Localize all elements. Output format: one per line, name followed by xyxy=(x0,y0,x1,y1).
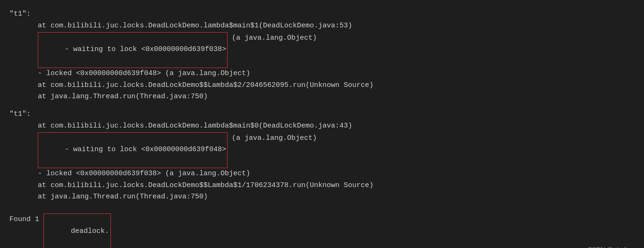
block2-line3: - locked <0x00000000d639f038> (a java.la… xyxy=(9,168,635,180)
block1-line1: at com.bilibili.juc.locks.DeadLockDemo.l… xyxy=(9,20,635,32)
block2-line5: at java.lang.Thread.run(Thread.java:750) xyxy=(9,191,635,203)
thread-label-1: "t1": xyxy=(9,9,635,20)
block1-line2-highlighted: - waiting to lock <0x00000000d639f038> (… xyxy=(9,32,635,68)
deadlock-highlight: deadlock. xyxy=(43,214,111,248)
found-deadlock-line: Found 1 deadlock. xyxy=(9,214,635,248)
thread-label-2: "t1": xyxy=(9,109,635,120)
waiting-lock-highlight-1: - waiting to lock <0x00000000d639f038> xyxy=(38,32,228,68)
block1-line3: - locked <0x00000000d639f048> (a java.la… xyxy=(9,68,635,80)
block1-line4: at com.bilibili.juc.locks.DeadLockDemo$$… xyxy=(9,80,635,92)
block2-line2-highlighted: - waiting to lock <0x00000000d639f048> (… xyxy=(9,132,635,168)
waiting-lock-highlight-2: - waiting to lock <0x00000000d639f048> xyxy=(38,132,228,168)
code-container: "t1": at com.bilibili.juc.locks.DeadLock… xyxy=(0,0,644,248)
block2-line1: at com.bilibili.juc.locks.DeadLockDemo.l… xyxy=(9,120,635,132)
watermark: CSDN @--believe xyxy=(588,244,637,248)
block1-line5: at java.lang.Thread.run(Thread.java:750) xyxy=(9,91,635,103)
block2-line4: at com.bilibili.juc.locks.DeadLockDemo$$… xyxy=(9,180,635,192)
